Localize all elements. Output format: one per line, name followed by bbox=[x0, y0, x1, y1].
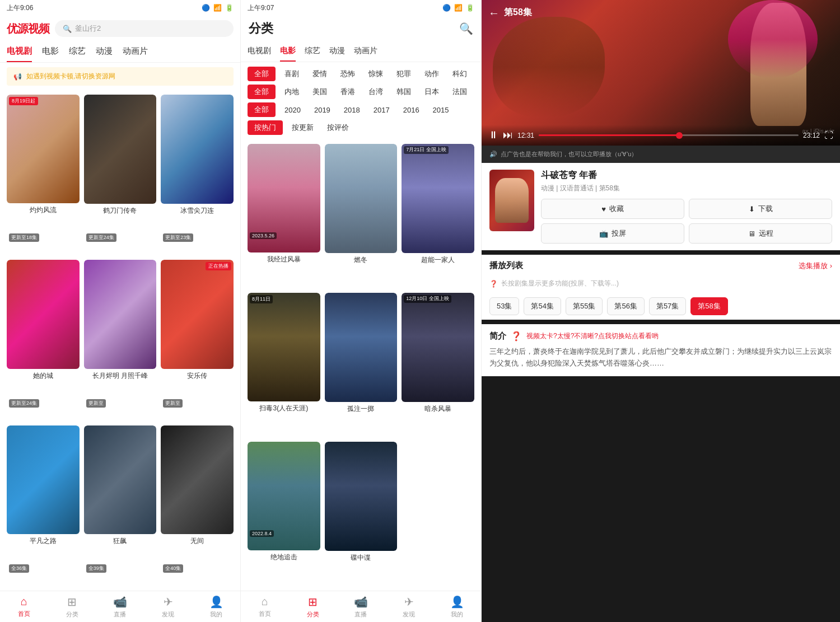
bnav-mine[interactable]: 👤 我的 bbox=[192, 592, 240, 622]
filter-2018[interactable]: 2018 bbox=[339, 104, 365, 116]
progress-handle[interactable] bbox=[676, 132, 683, 139]
ep-btn-54[interactable]: 第54集 bbox=[524, 297, 561, 315]
card-zhuozhuo[interactable]: 8月19日起 更新至18集 灼灼风流 bbox=[7, 95, 80, 255]
current-time: 12:31 bbox=[517, 132, 534, 139]
p2-bnav-category[interactable]: ⊞ 分类 bbox=[289, 591, 337, 622]
filter-2016[interactable]: 2016 bbox=[399, 104, 424, 116]
bnav-category[interactable]: ⊞ 分类 bbox=[48, 592, 96, 622]
filter-france[interactable]: 法国 bbox=[448, 85, 472, 99]
ep-btn-58[interactable]: 第58集 bbox=[690, 297, 727, 315]
search-bar[interactable]: 🔍 釜山行2 bbox=[55, 20, 234, 37]
select-episode-btn[interactable]: 选集播放 › bbox=[799, 261, 832, 271]
filter-hk[interactable]: 香港 bbox=[336, 85, 360, 99]
p2-nav-variety[interactable]: 综艺 bbox=[305, 41, 320, 62]
filter-romance[interactable]: 爱情 bbox=[308, 67, 332, 81]
status-icons-1: 🔵 📶 🔋 bbox=[202, 4, 234, 12]
filter-mainland[interactable]: 内地 bbox=[280, 85, 304, 99]
desc-title: 简介 bbox=[489, 331, 506, 342]
movie-card-1[interactable]: 2023.5.26 我经过风暴 bbox=[248, 144, 320, 288]
progress-track[interactable] bbox=[539, 134, 799, 136]
nav-anime[interactable]: 动漫 bbox=[96, 41, 113, 62]
nav-movie[interactable]: 电影 bbox=[42, 41, 59, 62]
p2-nav-anime[interactable]: 动漫 bbox=[329, 41, 345, 62]
nav-tvdrama[interactable]: 电视剧 bbox=[7, 41, 32, 62]
download-label: 下载 bbox=[758, 204, 773, 214]
filter-2017[interactable]: 2017 bbox=[369, 104, 394, 116]
filter-sort-rating[interactable]: 按评价 bbox=[323, 120, 353, 135]
p2-nav-tvdrama[interactable]: 电视剧 bbox=[248, 41, 271, 62]
p2-nav-cartoon[interactable]: 动画片 bbox=[354, 41, 377, 62]
p2-bnav-discover[interactable]: ✈ 发现 bbox=[385, 591, 433, 622]
movie-card-2[interactable]: 燃冬 bbox=[325, 144, 398, 288]
filter-taiwan[interactable]: 台湾 bbox=[364, 85, 388, 99]
desc-content: 三年之约后，萧炎终于在迦南学院见到了萧儿，此后他广交攀友并成立磐门；为继续提升实… bbox=[489, 346, 832, 370]
movie-card-6[interactable]: 12月10日 全国上映 暗杀风暴 bbox=[402, 293, 474, 437]
filter-scifi[interactable]: 科幻 bbox=[448, 67, 472, 81]
card-changyue[interactable]: 更新至 长月烬明 月照千峰 bbox=[84, 260, 157, 420]
card-kuangbiao[interactable]: 全39集 狂飙 bbox=[84, 425, 157, 586]
ep-btn-57[interactable]: 第57集 bbox=[649, 297, 686, 315]
next-button[interactable]: ⏭ bbox=[503, 129, 513, 141]
filter-crime[interactable]: 犯罪 bbox=[392, 67, 416, 81]
fullscreen-button[interactable]: ⛶ bbox=[824, 130, 833, 141]
filter-horror[interactable]: 恐怖 bbox=[336, 67, 360, 81]
filter-all-genre[interactable]: 全部 bbox=[248, 67, 276, 81]
card-badge-hot: 正在热播 bbox=[206, 262, 231, 270]
card-badge-ep: 更新至18集 bbox=[9, 233, 39, 242]
download-button[interactable]: ⬇ 下载 bbox=[689, 199, 832, 219]
filter-2019[interactable]: 2019 bbox=[310, 104, 335, 116]
filter-2015[interactable]: 2015 bbox=[428, 104, 454, 116]
filter-action[interactable]: 动作 bbox=[420, 67, 444, 81]
filter-japan[interactable]: 日本 bbox=[420, 85, 444, 99]
filter-thriller[interactable]: 惊悚 bbox=[364, 67, 388, 81]
cast-label: 投屏 bbox=[612, 228, 626, 238]
bnav-live[interactable]: 📹 直播 bbox=[96, 592, 144, 622]
bnav-home[interactable]: ⌂ 首页 bbox=[0, 592, 48, 621]
speaker-icon: 📢 bbox=[13, 73, 22, 81]
filter-sort-update[interactable]: 按更新 bbox=[287, 120, 318, 135]
filter-comedy[interactable]: 喜剧 bbox=[280, 67, 304, 81]
movie-card-4[interactable]: 8月11日 扫毒3(人在天涯) bbox=[248, 293, 320, 437]
movie-card-5[interactable]: 孤注一掷 bbox=[325, 293, 398, 437]
ep-btn-56[interactable]: 第56集 bbox=[607, 297, 644, 315]
nav-variety[interactable]: 综艺 bbox=[69, 41, 86, 62]
p2-nav-movie[interactable]: 电影 bbox=[280, 41, 296, 62]
card-anle[interactable]: 正在热播 更新至 安乐传 bbox=[161, 260, 234, 420]
nav-cartoon[interactable]: 动画片 bbox=[123, 41, 148, 62]
ep-btn-55[interactable]: 第55集 bbox=[566, 297, 603, 315]
card-badge-ep4: 更新至24集 bbox=[9, 399, 39, 408]
time-2: 上午9:07 bbox=[248, 3, 274, 13]
bnav-discover[interactable]: ✈ 发现 bbox=[144, 592, 192, 622]
ep-btn-53[interactable]: 53集 bbox=[489, 297, 519, 315]
movie-card-8[interactable]: 碟中谍 bbox=[325, 442, 398, 586]
remote-button[interactable]: 🖥 远程 bbox=[689, 223, 832, 244]
filter-all-region[interactable]: 全部 bbox=[248, 85, 276, 99]
filter-usa[interactable]: 美国 bbox=[308, 85, 332, 99]
pause-button[interactable]: ⏸ bbox=[488, 129, 498, 141]
filter-korea[interactable]: 韩国 bbox=[392, 85, 416, 99]
show-title: 斗破苍穹 年番 bbox=[541, 170, 832, 181]
card-wujian[interactable]: 全40集 无间 bbox=[161, 425, 234, 586]
cast-button[interactable]: 📺 投屏 bbox=[541, 223, 684, 244]
back-button[interactable]: ← bbox=[488, 7, 500, 20]
p2-nav: 电视剧 电影 综艺 动漫 动画片 bbox=[241, 41, 481, 62]
filter-all-year[interactable]: 全部 bbox=[248, 102, 276, 117]
filter-2020[interactable]: 2020 bbox=[280, 104, 305, 116]
p2-bnav-mine[interactable]: 👤 我的 bbox=[433, 591, 481, 622]
switch-source-link[interactable]: 视频太卡?太慢?不清晰?点我切换站点看看哟 bbox=[526, 331, 659, 341]
favorite-button[interactable]: ♥ 收藏 bbox=[541, 199, 684, 219]
p2-bnav-live[interactable]: 📹 直播 bbox=[337, 591, 385, 622]
card-tacheng[interactable]: 更新至24集 她的城 bbox=[7, 260, 80, 420]
movie-card-7[interactable]: 2022.8.4 绝地追击 bbox=[248, 442, 320, 586]
card-bingxue[interactable]: 更新至23集 冰雪尖刀连 bbox=[161, 95, 234, 255]
bnav-mine-label: 我的 bbox=[210, 610, 222, 619]
p2-search-icon[interactable]: 🔍 bbox=[459, 22, 473, 35]
card-pingfan[interactable]: 全36集 平凡之路 bbox=[7, 425, 80, 586]
episode-list: 53集 第54集 第55集 第56集 第57集 第58集 bbox=[482, 293, 840, 320]
movie-card-3[interactable]: 7月21日 全国上映 超能一家人 bbox=[402, 144, 474, 288]
card-hedao[interactable]: 更新至24集 鹤刀门传奇 bbox=[84, 95, 157, 255]
p2-bnav-home[interactable]: ⌂ 首页 bbox=[241, 591, 289, 622]
filter-sort-hot[interactable]: 按热门 bbox=[248, 120, 283, 135]
card-badge-ep2: 更新至24集 bbox=[86, 233, 116, 242]
download-icon: ⬇ bbox=[749, 205, 755, 213]
